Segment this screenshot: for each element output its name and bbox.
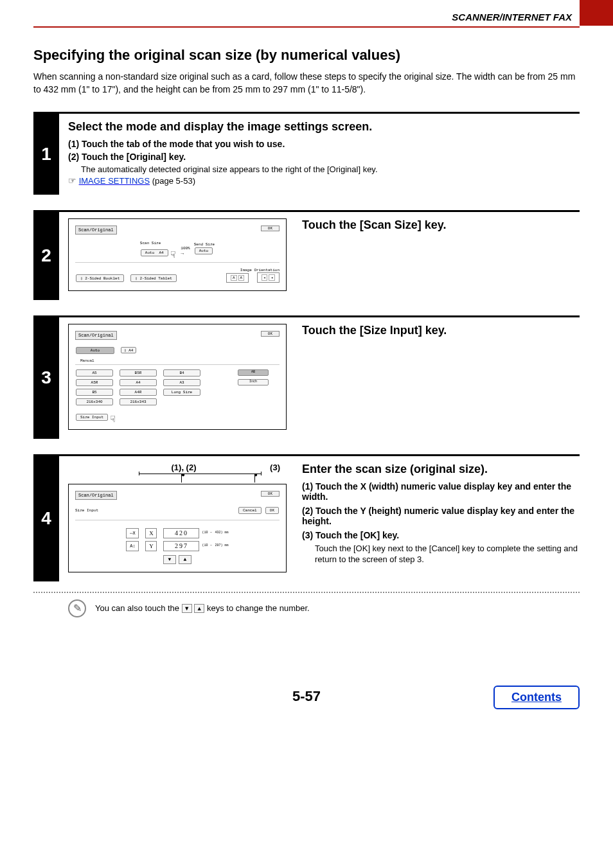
orientation-landscape: ◂◂ (257, 272, 280, 283)
step1-heading: Select the mode and display the image se… (68, 120, 580, 134)
step-number-1: 1 (33, 114, 59, 195)
size-b5: B5 (76, 389, 113, 396)
orientation-portrait: AA (226, 273, 249, 283)
panel-ok: OK (261, 331, 280, 337)
y-value: 297 (163, 541, 199, 551)
manual-label: Manual (80, 359, 280, 363)
link-suffix: (page 5-53) (150, 176, 195, 186)
scan-size-label: Scan Size (140, 241, 177, 245)
step4-sub1: (1) Touch the X (width) numeric value di… (302, 481, 580, 502)
ab-inch-inch: Inch (238, 379, 269, 385)
ab-inch-ab: AB (238, 369, 269, 376)
step1-note: The automatically detected original size… (81, 164, 580, 174)
annot-3: (3) (222, 463, 280, 472)
step-4: 4 (1), (2) (3) ● ● (33, 454, 580, 617)
tab-a4: ▯ A4 (121, 347, 136, 353)
size-input-button: Size Input (76, 414, 108, 421)
stepper-up-icon: ▲ (194, 604, 204, 613)
step1-line1: (1) Touch the tab of the mode that you w… (68, 139, 580, 149)
step-number-4: 4 (33, 456, 59, 581)
panel-title: Scan/Original (75, 226, 117, 235)
image-settings-link[interactable]: IMAGE SETTINGS (79, 176, 150, 186)
step-3: 3 Scan/Original OK Auto ▯ A4 Manual A5 B… (33, 315, 580, 439)
size-216x340: 216x340 (76, 398, 113, 405)
stepper-up-icon: ▲ (179, 555, 191, 564)
tab-auto: Auto (76, 347, 114, 354)
image-orientation-label: Image Orientation (226, 268, 280, 272)
x-key: X (145, 528, 157, 538)
size-a4r: A4R (120, 389, 157, 396)
dashed-separator (33, 592, 580, 593)
stepper-down-icon: ▼ (163, 555, 176, 564)
panel-title: Scan/Original (75, 331, 117, 340)
arrow-icon: → (181, 251, 184, 256)
size-b5r: B5R (120, 369, 157, 376)
hand-pointer-icon: ☟ (170, 249, 175, 260)
page-number: 5-57 (292, 688, 321, 704)
pointer-icon: ☞ (68, 175, 76, 186)
size-216x343: 216x343 (120, 398, 157, 405)
header-category: SCANNER/INTERNET FAX (33, 0, 580, 22)
step1-link-row: ☞ IMAGE SETTINGS (page 5-53) (68, 175, 580, 186)
panel-ok-top: OK (261, 491, 280, 497)
step2-screenshot: Scan/Original OK Scan Size Auto A4 ☟ 100… (68, 218, 287, 291)
y-key: Y (145, 541, 157, 551)
panel-ok: OK (261, 226, 280, 231)
step-number-3: 3 (33, 317, 59, 439)
panel-title: Scan/Original (75, 491, 117, 500)
step-2: 2 Scan/Original OK Scan Size Auto A4 ☟ 1… (33, 210, 580, 300)
ok-button: OK (265, 507, 279, 514)
height-dim-icon: A↕ (126, 541, 139, 551)
step4-sub2: (2) Touch the Y (height) numeric value d… (302, 506, 580, 526)
step4-heading: Enter the scan size (original size). (302, 463, 580, 476)
pencil-note-icon: ✎ (68, 599, 86, 617)
x-value: 420 (163, 528, 199, 538)
two-sided-tablet: ▯ 2-Sided Tablet (130, 274, 177, 282)
tip-text: You can also touch the ▼ ▲ keys to chang… (95, 603, 310, 614)
size-long: Long Size (163, 389, 200, 396)
hand-pointer-icon: ☟ (110, 414, 115, 425)
step-number-2: 2 (33, 212, 59, 300)
x-range: (10 ～ 432) mm (202, 531, 228, 535)
step-1: 1 Select the mode and display the image … (33, 112, 580, 195)
cancel-button: Cancel (238, 507, 262, 514)
step2-heading: Touch the [Scan Size] key. (302, 218, 580, 232)
step1-line2: (2) Touch the [Original] key. (68, 152, 580, 162)
step4-screenshot: Scan/Original OK Size Input Cancel OK ↔X (68, 484, 287, 572)
page-title: Specifying the original scan size (by nu… (33, 47, 580, 64)
size-a5: A5 (76, 369, 113, 376)
size-a3: A3 (163, 379, 200, 386)
send-size-auto: Auto (195, 247, 213, 254)
step4-sub3: (3) Touch the [OK] key. (302, 530, 580, 540)
y-range: (10 ～ 297) mm (202, 544, 228, 548)
stepper-down-icon: ▼ (182, 604, 192, 613)
send-size-label: Send Size (194, 242, 215, 247)
size-a5r: A5R (76, 379, 113, 386)
percent-label: 100% (181, 246, 190, 251)
two-sided-booklet: ▯ 2-Sided Booklet (76, 274, 124, 282)
size-input-label: Size Input (75, 508, 98, 513)
corner-accent (580, 0, 613, 26)
width-dim-icon: ↔X (126, 528, 139, 538)
header-rule (33, 26, 580, 28)
intro-text: When scanning a non-standard size origin… (33, 70, 580, 96)
contents-button[interactable]: Contents (493, 686, 580, 709)
step4-sub3-note: Touch the [OK] key next to the [Cancel] … (315, 543, 580, 565)
size-b4: B4 (163, 369, 200, 376)
step3-heading: Touch the [Size Input] key. (302, 324, 580, 337)
scan-size-auto-a4: Auto A4 (141, 249, 168, 256)
size-a4: A4 (120, 379, 157, 386)
step3-screenshot: Scan/Original OK Auto ▯ A4 Manual A5 B5R… (68, 324, 287, 430)
